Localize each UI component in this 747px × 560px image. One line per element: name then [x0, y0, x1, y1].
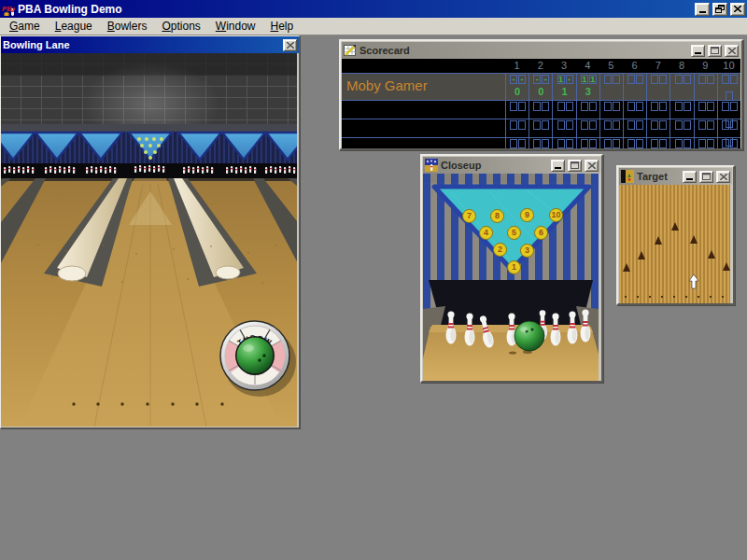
- pin-number-4: 4: [479, 226, 493, 240]
- minimize-icon: [699, 11, 706, 13]
- lane-arrow: [623, 263, 630, 272]
- frame-header: 9: [694, 59, 717, 73]
- ball-box: [557, 102, 565, 111]
- frame-total: 3: [577, 86, 599, 97]
- scorecard-grid: 1 2 3 4 5 6 7 8 9 10 Moby Gamer --0 --0 …: [342, 59, 740, 148]
- ball-box: [651, 120, 658, 130]
- frame-header: 6: [623, 59, 646, 73]
- scorecard-maximize-button[interactable]: [708, 45, 722, 57]
- board-dots: [625, 296, 725, 298]
- scorecard-close-button[interactable]: [725, 45, 739, 57]
- ball-box: [604, 102, 612, 111]
- target-window: Target: [616, 165, 735, 305]
- pin-number-7: 7: [462, 209, 476, 223]
- scorecard-window: Scorecard 1 2 3 4 5 6 7 8 9 10 Moby Game…: [339, 39, 743, 150]
- menu-window[interactable]: Window: [208, 18, 263, 35]
- lane-arrow: [723, 262, 730, 271]
- ball-box: [542, 120, 549, 130]
- target-minimize-button[interactable]: [683, 171, 697, 183]
- ball-box: [627, 75, 635, 84]
- target-lane-view[interactable]: [619, 185, 730, 303]
- scorecard-titlebar[interactable]: Scorecard: [342, 42, 740, 59]
- ball-box: [627, 102, 635, 111]
- closeup-titlebar[interactable]: Closeup: [423, 157, 600, 174]
- menu-game[interactable]: Game: [2, 18, 48, 35]
- restore-button[interactable]: [712, 3, 727, 16]
- target-close-button[interactable]: [716, 171, 730, 183]
- lane-close-button[interactable]: [283, 39, 297, 51]
- scorecard-minimize-button[interactable]: [691, 45, 705, 57]
- lane-titlebar[interactable]: Bowling Lane: [1, 36, 299, 53]
- aim-cursor[interactable]: [688, 274, 699, 289]
- frame-cell: [552, 138, 575, 148]
- bowling-ball: [237, 338, 274, 374]
- main-titlebar[interactable]: PBA PBA Bowling Demo: [0, 0, 747, 18]
- frame-cell: [669, 74, 693, 100]
- minimize-button[interactable]: [695, 3, 710, 16]
- pin-number-10: 10: [549, 208, 563, 222]
- close-icon: [588, 162, 596, 169]
- lane-arrow: [690, 235, 698, 244]
- ball-box: [627, 139, 635, 148]
- frame-cell: [599, 74, 623, 100]
- ball-box: [730, 120, 738, 130]
- svg-text:PBA: PBA: [2, 5, 15, 13]
- closeup-icon: [425, 159, 438, 172]
- ball-box: [707, 75, 714, 84]
- ball-box: 1: [581, 75, 588, 84]
- close-button[interactable]: [730, 3, 745, 16]
- menu-help[interactable]: Help: [263, 18, 302, 35]
- lane-window-title: Bowling Lane: [3, 39, 280, 50]
- ball-box: [730, 75, 738, 84]
- frame-cell: [576, 119, 599, 137]
- ball-box: [684, 139, 691, 148]
- ball-box: 1: [589, 75, 597, 84]
- closeup-close-button[interactable]: [585, 160, 599, 172]
- frame-cell: [599, 138, 623, 148]
- ball-box: [510, 120, 517, 130]
- pin-number-9: 9: [520, 208, 534, 222]
- frame-cell-10: [717, 138, 740, 148]
- minimize-icon: [555, 167, 561, 169]
- frame-cell: [529, 138, 552, 148]
- ball-box: [589, 102, 597, 111]
- ball-box: [684, 102, 691, 111]
- frame-cell: [505, 101, 529, 119]
- frame-cell: [552, 119, 575, 137]
- app-icon: PBA: [2, 3, 15, 16]
- closeup-maximize-button[interactable]: [568, 160, 582, 172]
- ball-box: [726, 91, 733, 101]
- empty-player-row: [342, 119, 740, 137]
- menu-options[interactable]: Options: [154, 18, 207, 35]
- pin-number-3: 3: [520, 244, 534, 258]
- ball-box: -: [533, 75, 541, 84]
- pin-number-5: 5: [507, 226, 521, 240]
- empty-player-row: [342, 137, 740, 148]
- target-titlebar[interactable]: Target: [619, 168, 732, 185]
- bowling-lane-window: Bowling Lane: [0, 35, 300, 428]
- ball-box: [636, 75, 643, 84]
- ball-box: [722, 120, 729, 130]
- ball-box: [566, 120, 573, 130]
- frame-cell: [599, 101, 623, 119]
- lane-3d-scene[interactable]: THROW: [1, 53, 297, 427]
- frame-cell: [669, 119, 693, 137]
- scorecard-icon: [344, 44, 357, 57]
- menu-bowlers[interactable]: Bowlers: [100, 18, 155, 35]
- frame-cell: [552, 101, 575, 119]
- ball-box: [636, 120, 643, 130]
- ball-box: [651, 102, 658, 111]
- ball-box: [659, 75, 667, 84]
- frame-cell-10: [717, 74, 740, 100]
- closeup-minimize-button[interactable]: [551, 160, 565, 172]
- menu-league[interactable]: League: [48, 18, 100, 35]
- ball-box: [684, 120, 691, 130]
- frame-cell: [529, 101, 552, 119]
- frame-cell: [694, 138, 717, 148]
- frame-header: 2: [529, 59, 552, 73]
- frame-cell: [669, 101, 693, 119]
- frame-cell: [646, 74, 669, 100]
- target-maximize-button[interactable]: [699, 171, 713, 183]
- frame-cell: [576, 138, 599, 148]
- frame-cell: [694, 119, 717, 137]
